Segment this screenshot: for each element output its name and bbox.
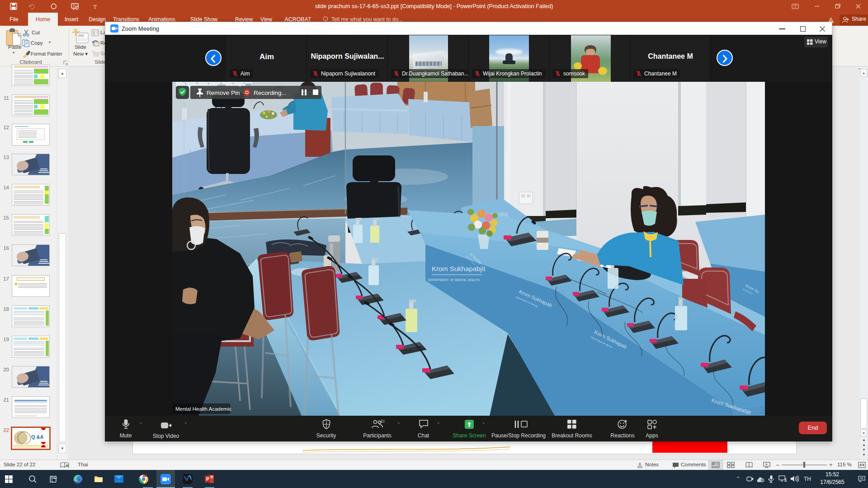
svg-text:P: P (206, 477, 209, 482)
svg-text:Remove Pin: Remove Pin (207, 89, 240, 96)
svg-text:Krom Sukhapabjit: Krom Sukhapabjit (432, 265, 486, 272)
svg-text:DEPARTMENT OF MENTAL HEALTH: DEPARTMENT OF MENTAL HEALTH (428, 278, 480, 282)
svg-text:Mental Health Academic: Mental Health Academic (175, 406, 231, 412)
svg-text:21: 21 (381, 419, 384, 423)
svg-text:Recording...: Recording... (254, 89, 287, 96)
